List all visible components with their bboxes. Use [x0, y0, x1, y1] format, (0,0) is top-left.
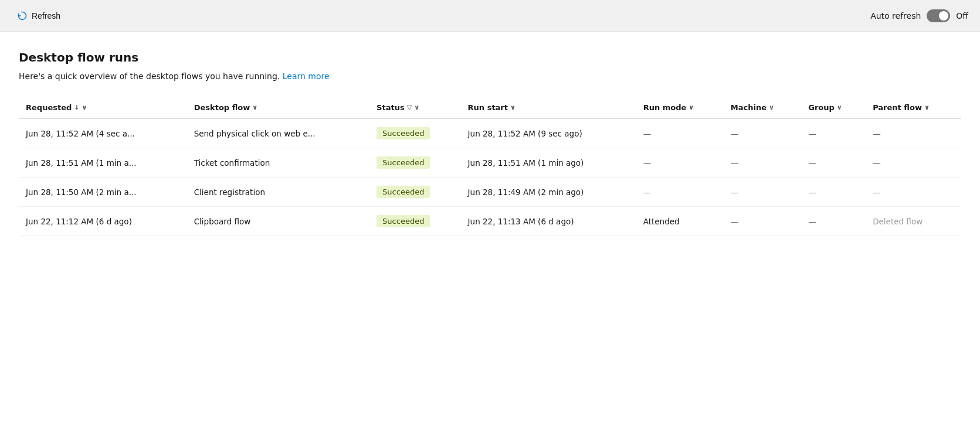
cell-parent-flow: — — [866, 148, 961, 178]
toggle-state-label: Off — [956, 11, 968, 21]
table-row[interactable]: Jun 22, 11:12 AM (6 d ago)Clipboard flow… — [19, 207, 961, 236]
sort-down-icon: ↓ — [74, 104, 79, 111]
chevron-down-icon-group: ∨ — [837, 104, 842, 111]
cell-desktop-flow: Ticket confirmation — [187, 148, 369, 178]
cell-machine: — — [724, 148, 801, 178]
learn-more-link[interactable]: Learn more — [283, 71, 330, 81]
cell-run-start: Jun 28, 11:52 AM (9 sec ago) — [461, 118, 636, 148]
status-badge: Succeeded — [377, 215, 430, 227]
chevron-down-icon-requested: ∨ — [82, 104, 87, 111]
cell-group: — — [801, 148, 866, 178]
col-status[interactable]: Status ▽ ∨ — [369, 97, 461, 118]
table-row[interactable]: Jun 28, 11:50 AM (2 min a...Client regis… — [19, 178, 961, 207]
cell-machine: — — [724, 178, 801, 207]
cell-run-start: Jun 28, 11:49 AM (2 min ago) — [461, 178, 636, 207]
cell-status: Succeeded — [369, 118, 461, 148]
col-machine[interactable]: Machine ∨ — [724, 97, 801, 118]
chevron-down-icon-desktop-flow: ∨ — [252, 104, 257, 111]
col-parent-flow[interactable]: Parent flow ∨ — [866, 97, 961, 118]
cell-status: Succeeded — [369, 178, 461, 207]
subtitle-text: Here's a quick overview of the desktop f… — [19, 71, 280, 81]
cell-desktop-flow: Clipboard flow — [187, 207, 369, 236]
cell-requested: Jun 28, 11:50 AM (2 min a... — [19, 178, 187, 207]
cell-run-mode: — — [636, 118, 724, 148]
subtitle: Here's a quick overview of the desktop f… — [19, 71, 961, 81]
col-desktop-flow[interactable]: Desktop flow ∨ — [187, 97, 369, 118]
cell-run-mode: Attended — [636, 207, 724, 236]
status-badge: Succeeded — [377, 186, 430, 198]
col-requested[interactable]: Requested ↓ ∨ — [19, 97, 187, 118]
cell-group: — — [801, 178, 866, 207]
cell-run-start: Jun 28, 11:51 AM (1 min ago) — [461, 148, 636, 178]
table-header-row: Requested ↓ ∨ Desktop flow ∨ Status ▽ — [19, 97, 961, 118]
table-row[interactable]: Jun 28, 11:51 AM (1 min a...Ticket confi… — [19, 148, 961, 178]
chevron-down-icon-machine: ∨ — [769, 104, 774, 111]
page-title: Desktop flow runs — [19, 50, 961, 64]
cell-requested: Jun 28, 11:51 AM (1 min a... — [19, 148, 187, 178]
cell-status: Succeeded — [369, 148, 461, 178]
filter-icon-status: ▽ — [407, 104, 412, 111]
cell-run-mode: — — [636, 178, 724, 207]
cell-parent-flow: — — [866, 118, 961, 148]
cell-group: — — [801, 207, 866, 236]
auto-refresh-label: Auto refresh — [870, 11, 921, 21]
cell-desktop-flow: Send physical click on web e... — [187, 118, 369, 148]
cell-status: Succeeded — [369, 207, 461, 236]
cell-requested: Jun 22, 11:12 AM (6 d ago) — [19, 207, 187, 236]
refresh-label: Refresh — [32, 11, 60, 21]
col-group[interactable]: Group ∨ — [801, 97, 866, 118]
cell-group: — — [801, 118, 866, 148]
col-run-start[interactable]: Run start ∨ — [461, 97, 636, 118]
refresh-button[interactable]: Refresh — [12, 8, 65, 23]
cell-run-start: Jun 22, 11:13 AM (6 d ago) — [461, 207, 636, 236]
auto-refresh-area: Auto refresh Off — [870, 9, 968, 22]
cell-run-mode: — — [636, 148, 724, 178]
cell-parent-flow: — — [866, 178, 961, 207]
cell-machine: — — [724, 207, 801, 236]
top-bar: Refresh Auto refresh Off — [0, 0, 980, 32]
col-run-mode[interactable]: Run mode ∨ — [636, 97, 724, 118]
cell-parent-flow: Deleted flow — [866, 207, 961, 236]
auto-refresh-toggle[interactable] — [927, 9, 950, 22]
cell-desktop-flow: Client registration — [187, 178, 369, 207]
toggle-knob — [939, 11, 948, 21]
chevron-down-icon-run-mode: ∨ — [689, 104, 694, 111]
chevron-down-icon-parent-flow: ∨ — [924, 104, 930, 111]
chevron-down-icon-status: ∨ — [414, 104, 419, 111]
cell-requested: Jun 28, 11:52 AM (4 sec a... — [19, 118, 187, 148]
status-badge: Succeeded — [377, 156, 430, 169]
main-content: Desktop flow runs Here's a quick overvie… — [0, 32, 980, 447]
refresh-icon — [16, 11, 27, 21]
chevron-down-icon-run-start: ∨ — [510, 104, 516, 111]
cell-machine: — — [724, 118, 801, 148]
status-badge: Succeeded — [377, 127, 430, 139]
table-row[interactable]: Jun 28, 11:52 AM (4 sec a...Send physica… — [19, 118, 961, 148]
flow-runs-table: Requested ↓ ∨ Desktop flow ∨ Status ▽ — [19, 97, 961, 236]
